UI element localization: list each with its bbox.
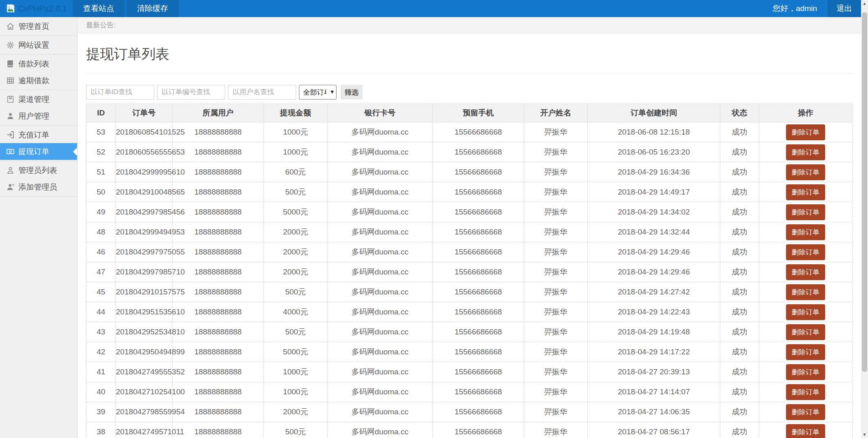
sidebar-item-add-admin[interactable]: 添加管理员 [0,179,77,195]
sidebar-item-admin-list[interactable]: 管理员列表 [0,162,77,179]
cell-order_no: 2018042910048565 [116,182,173,202]
cell-amount: 2000元 [264,402,328,422]
sidebar-item-channel-management[interactable]: 渠道管理 [0,91,77,108]
sidebar-item-dashboard[interactable]: 管理首页 [0,18,77,35]
sidebar-item-label: 提现订单 [18,146,49,157]
delete-order-button[interactable]: 删除订单 [786,124,825,140]
delete-order-button[interactable]: 删除订单 [786,164,825,180]
cell-actions: 删除订单 [759,382,852,402]
sidebar-item-loan-list[interactable]: 借款列表 [0,55,77,72]
cell-id: 44 [86,302,116,322]
cell-id: 53 [86,122,116,142]
cell-bank: 多码网duoma.cc [328,162,433,182]
cell-id: 41 [86,362,116,382]
cell-user: 18888888888 [173,202,264,222]
cell-holder: 羿振华 [524,202,588,222]
cell-bank: 多码网duoma.cc [328,202,433,222]
cell-user: 18888888888 [173,282,264,302]
cell-created: 2018-04-27 20:39:13 [588,362,720,382]
sidebar-item-site-settings[interactable]: 网站设置 [0,37,77,53]
delete-order-button[interactable]: 删除订单 [786,144,825,160]
cell-phone: 15566686668 [433,382,524,402]
username-input[interactable] [228,85,296,100]
nav-view-site[interactable]: 查看站点 [73,0,125,17]
cell-created: 2018-04-27 08:56:17 [588,422,720,438]
delete-order-button[interactable]: 删除订单 [786,224,825,240]
cell-order_no: 2018042749571011 [116,422,173,438]
cell-status: 成功 [720,382,759,402]
filter-submit-button[interactable]: 筛选 [341,85,363,100]
delete-order-button[interactable]: 删除订单 [786,404,825,420]
scrollbar-thumb[interactable] [862,12,867,372]
order-id-input[interactable] [86,85,154,100]
signin-icon [6,131,15,139]
cell-created: 2018-04-29 14:29:46 [588,242,720,262]
cell-phone: 15566686668 [433,262,524,282]
delete-order-button[interactable]: 删除订单 [786,264,825,280]
col-order-no: 订单号 [116,104,173,122]
gear-icon [6,41,15,49]
cell-actions: 删除订单 [759,402,852,422]
delete-order-button[interactable]: 删除订单 [786,324,825,340]
topbar-right: 您好，admin 退出 [762,0,861,17]
sidebar-item-overdue-loans[interactable]: 逾期借款 [0,72,77,89]
col-actions: 操作 [759,104,852,122]
cell-amount: 1000元 [264,142,328,162]
delete-order-button[interactable]: 删除订单 [786,284,825,300]
cell-status: 成功 [720,122,759,142]
cell-user: 18888888888 [173,322,264,342]
cell-created: 2018-06-08 12:15:18 [588,122,720,142]
delete-order-button[interactable]: 删除订单 [786,304,825,320]
scroll-down-arrow-icon[interactable]: ▼ [861,431,868,438]
logo-text: CvPHPx2.0.1 [18,4,67,13]
table-row: 442018042951535610188888888884000元多码网duo… [86,302,852,322]
nav-clear-cache[interactable]: 清除缓存 [126,0,179,17]
scrollbar[interactable]: ▲ ▼ [861,0,868,438]
cell-id: 50 [86,182,116,202]
logout-button[interactable]: 退出 [828,0,861,17]
delete-order-button[interactable]: 删除订单 [786,344,825,360]
delete-order-button[interactable]: 删除订单 [786,204,825,220]
sidebar-item-withdraw-orders[interactable]: 提现订单 [0,143,77,160]
sidebar-item-label: 充值订单 [18,130,49,140]
app-logo: CvPHPx2.0.1 [0,0,73,17]
cell-holder: 羿振华 [524,262,588,282]
scroll-up-arrow-icon[interactable]: ▲ [861,0,868,7]
delete-order-button[interactable]: 删除订单 [786,424,825,438]
table-row: 412018042749555352188888888881000元多码网duo… [86,362,852,382]
cell-status: 成功 [720,422,759,438]
cell-actions: 删除订单 [759,222,852,242]
order-type-select-wrap: 全部订单 ▾ [299,85,337,100]
sidebar-item-recharge-orders[interactable]: 充值订单 [0,126,77,143]
cell-status: 成功 [720,262,759,282]
cell-created: 2018-04-29 14:32:44 [588,222,720,242]
cell-created: 2018-04-29 14:27:42 [588,282,720,302]
cell-phone: 15566686668 [433,322,524,342]
cell-amount: 1000元 [264,382,328,402]
cell-phone: 15566686668 [433,222,524,242]
sidebar-item-label: 借款列表 [18,59,49,69]
sidebar-item-user-management[interactable]: 用户管理 [0,108,77,124]
cell-phone: 15566686668 [433,182,524,202]
sidebar-item-label: 管理首页 [18,21,49,32]
order-number-input[interactable] [157,85,225,100]
cell-bank: 多码网duoma.cc [328,282,433,302]
sidebar-group: 借款列表逾期借款 [0,55,77,90]
delete-order-button[interactable]: 删除订单 [786,244,825,260]
order-type-select[interactable]: 全部订单 [299,85,337,100]
delete-order-button[interactable]: 删除订单 [786,364,825,380]
delete-order-button[interactable]: 删除订单 [786,184,825,200]
cell-user: 18888888888 [173,342,264,362]
cell-bank: 多码网duoma.cc [328,322,433,342]
cell-holder: 羿振华 [524,182,588,202]
cell-bank: 多码网duoma.cc [328,222,433,242]
cell-id: 45 [86,282,116,302]
sidebar-item-label: 用户管理 [18,111,49,122]
book-icon [6,60,15,68]
table-row: 43201804295253481018888888888500元多码网duom… [86,322,852,342]
cell-order_no: 2018060854101525 [116,122,173,142]
delete-order-button[interactable]: 删除订单 [786,384,825,400]
cell-status: 成功 [720,202,759,222]
cell-bank: 多码网duoma.cc [328,382,433,402]
cell-holder: 羿振华 [524,282,588,302]
